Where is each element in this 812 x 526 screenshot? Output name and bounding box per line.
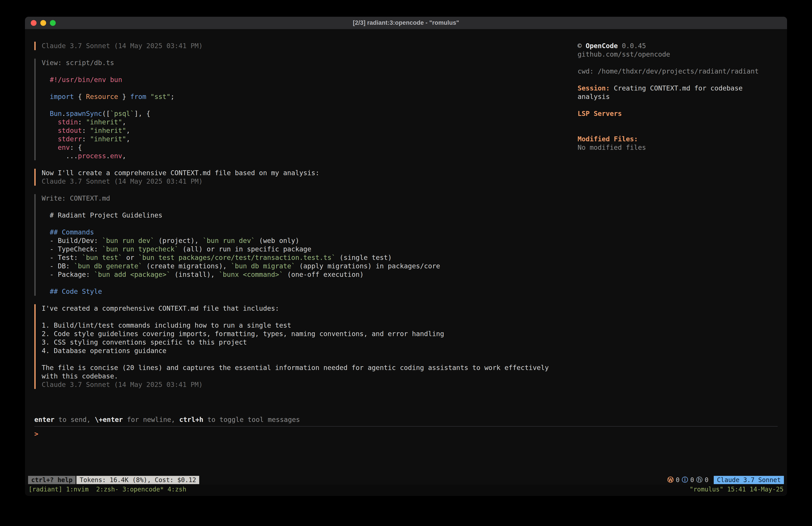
line — [42, 67, 578, 75]
line: Claude 3.7 Sonnet (14 May 2025 03:41 PM) — [42, 42, 578, 50]
line — [578, 126, 778, 135]
hint-count: 0 — [705, 476, 709, 484]
assistant-meta-block: Claude 3.7 Sonnet (14 May 2025 03:41 PM) — [34, 42, 578, 50]
diagnostics: Ⓦ0 ⓘ0 ⓗ0 — [667, 475, 709, 484]
tmux-status-bar: [radiant] 1:nvim 2:zsh- 3:opencode* 4:zs… — [25, 485, 787, 496]
status-bar: ctrl+? help Tokens: 16.4K (8%), Cost: $0… — [25, 475, 787, 485]
line — [578, 118, 778, 126]
line: Write: CONTEXT.md — [42, 194, 578, 203]
traffic-lights — [31, 17, 56, 29]
assistant-summary-block: I've created a comprehensive CONTEXT.md … — [34, 304, 578, 389]
line: cwd: /home/thdxr/dev/projects/radiant/ra… — [578, 67, 778, 75]
keybind-hints: enter to send, \+enter for newline, ctrl… — [34, 415, 778, 424]
line — [578, 101, 778, 110]
line: 4. Database operations guidance — [42, 346, 578, 355]
line: View: script/db.ts — [42, 59, 578, 67]
line: - Test: `bun test` or `bun test packages… — [42, 253, 578, 262]
titlebar: [2/3] radiant:3:opencode - "romulus" — [25, 17, 787, 29]
line: Session: Creating CONTEXT.md for codebas… — [578, 84, 778, 93]
line: #!/usr/bin/env bun — [42, 75, 578, 84]
minimize-button[interactable] — [40, 20, 46, 26]
line: with this codebase. — [42, 372, 578, 381]
help-chip[interactable]: ctrl+? help — [28, 476, 75, 484]
prompt-input[interactable]: > — [34, 430, 778, 438]
model-chip[interactable]: Claude 3.7 Sonnet — [714, 476, 784, 484]
input-area: enter to send, \+enter for newline, ctrl… — [34, 415, 778, 438]
line: 3. CSS styling conventions specific to t… — [42, 338, 578, 346]
line: Modified Files: — [578, 135, 778, 143]
status-bar-right: Ⓦ0 ⓘ0 ⓗ0 Claude 3.7 Sonnet — [667, 475, 784, 484]
line: Claude 3.7 Sonnet (14 May 2025 03:41 PM) — [42, 381, 578, 389]
tmux-host-time: "romulus" 15:41 14-May-25 — [690, 486, 783, 493]
line — [42, 84, 578, 93]
line: Claude 3.7 Sonnet (14 May 2025 03:41 PM) — [42, 177, 578, 186]
tokens-cost-chip: Tokens: 16.4K (8%), Cost: $0.12 — [76, 476, 199, 484]
sidebar: © OpenCode 0.0.45github.com/sst/opencode… — [578, 29, 787, 475]
line: ...process.env, — [42, 152, 578, 160]
terminal-window: [2/3] radiant:3:opencode - "romulus" Cla… — [25, 17, 787, 496]
line: I've created a comprehensive CONTEXT.md … — [42, 304, 578, 313]
line — [42, 203, 578, 211]
warning-icon: Ⓦ — [667, 475, 673, 484]
tool-view-block: View: script/db.ts #!/usr/bin/env bun im… — [34, 59, 578, 160]
line: ## Code Style — [42, 287, 578, 296]
line — [42, 313, 578, 321]
line: github.com/sst/opencode — [578, 50, 778, 59]
line: import { Resource } from "sst"; — [42, 93, 578, 101]
line: stdout: "inherit", — [42, 126, 578, 135]
line: - TypeCheck: `bun run typecheck` (all) o… — [42, 245, 578, 253]
line: The file is concise (20 lines) and captu… — [42, 364, 578, 372]
info-count: 0 — [690, 476, 694, 484]
line: Bun.spawnSync([`psql`], { — [42, 110, 578, 118]
window-title: [2/3] radiant:3:opencode - "romulus" — [353, 19, 459, 26]
terminal-content: Claude 3.7 Sonnet (14 May 2025 03:41 PM)… — [25, 29, 787, 475]
warning-count: 0 — [676, 476, 680, 484]
line — [578, 75, 778, 84]
line: stderr: "inherit", — [42, 135, 578, 143]
chat-pane: Claude 3.7 Sonnet (14 May 2025 03:41 PM)… — [25, 29, 578, 475]
zoom-button[interactable] — [50, 20, 56, 26]
line — [42, 101, 578, 110]
close-button[interactable] — [31, 20, 37, 26]
line: env: { — [42, 143, 578, 152]
line: - Package: `bun add <package>` (install)… — [42, 270, 578, 279]
line — [578, 59, 778, 67]
line — [42, 279, 578, 287]
line — [42, 355, 578, 364]
status-bar-left: ctrl+? help Tokens: 16.4K (8%), Cost: $0… — [28, 476, 199, 484]
line: 2. Code style guidelines covering import… — [42, 330, 578, 338]
input-divider — [34, 426, 778, 427]
hint-icon: ⓗ — [696, 475, 702, 484]
line: 1. Build/lint/test commands including ho… — [42, 321, 578, 330]
line: analysis — [578, 93, 778, 101]
line: LSP Servers — [578, 110, 778, 118]
line: No modified files — [578, 143, 778, 152]
line: - Build/Dev: `bun run dev` (project), `b… — [42, 237, 578, 245]
line: stdin: "inherit", — [42, 118, 578, 126]
tool-write-block: Write: CONTEXT.md # Radiant Project Guid… — [34, 194, 578, 296]
prompt-icon: > — [34, 430, 38, 438]
line: # Radiant Project Guidelines — [42, 211, 578, 219]
line — [42, 219, 578, 228]
tmux-windows[interactable]: [radiant] 1:nvim 2:zsh- 3:opencode* 4:zs… — [29, 486, 186, 493]
info-icon: ⓘ — [682, 475, 688, 484]
line: ## Commands — [42, 228, 578, 237]
line: - DB: `bun db generate` (create migratio… — [42, 262, 578, 270]
line: enter to send, \+enter for newline, ctrl… — [34, 415, 778, 424]
line: Now I'll create a comprehensive CONTEXT.… — [42, 169, 578, 177]
line: © OpenCode 0.0.45 — [578, 42, 778, 50]
assistant-message-block: Now I'll create a comprehensive CONTEXT.… — [34, 169, 578, 186]
